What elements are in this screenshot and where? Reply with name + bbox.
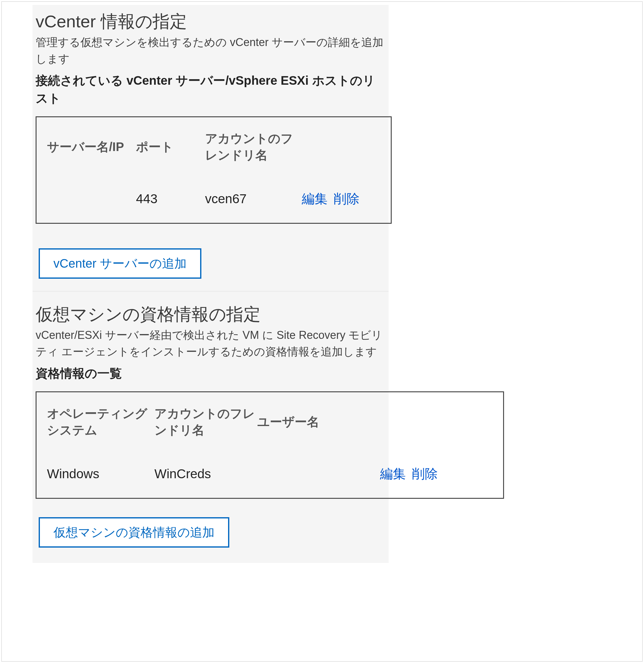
col-port: ポート bbox=[136, 138, 205, 155]
section-divider bbox=[32, 291, 389, 292]
cell-os: Windows bbox=[47, 466, 154, 481]
vm-creds-list-heading: 資格情報の一覧 bbox=[36, 364, 386, 382]
vcenter-list-heading: 接続されている vCenter サーバー/vSphere ESXi ホストのリス… bbox=[36, 71, 386, 107]
content-panel: vCenter 情報の指定 管理する仮想マシンを検出するための vCenter … bbox=[32, 5, 389, 563]
window-frame: vCenter 情報の指定 管理する仮想マシンを検出するための vCenter … bbox=[1, 1, 643, 662]
vcenter-description: 管理する仮想マシンを検出するための vCenter サーバーの詳細を追加します bbox=[36, 34, 386, 67]
vcenter-table-row: 443 vcen67 編集 削除 bbox=[37, 176, 391, 223]
vcenter-section: vCenter 情報の指定 管理する仮想マシンを検出するための vCenter … bbox=[32, 11, 389, 279]
vm-creds-table-header: オペレーティング システム アカウントのフレンドリ名 ユーザー名 bbox=[37, 392, 503, 451]
cell-account-name: vcen67 bbox=[205, 191, 302, 206]
cell-port: 443 bbox=[136, 191, 205, 206]
col-account-friendly-name: アカウントのフレンドリ名 bbox=[205, 130, 302, 163]
col-server-name: サーバー名/IP bbox=[47, 138, 136, 155]
cell-friendly-name: WinCreds bbox=[154, 466, 257, 481]
edit-link[interactable]: 編集 bbox=[302, 190, 327, 207]
vcenter-title: vCenter 情報の指定 bbox=[36, 11, 386, 31]
edit-link-2[interactable]: 編集 bbox=[380, 465, 406, 482]
vcenter-table: サーバー名/IP ポート アカウントのフレンドリ名 443 vcen67 編集 … bbox=[36, 116, 392, 224]
delete-link-2[interactable]: 削除 bbox=[412, 465, 438, 482]
add-vm-creds-button[interactable]: 仮想マシンの資格情報の追加 bbox=[39, 517, 229, 548]
vm-creds-description: vCenter/ESXi サーバー経由で検出された VM に Site Reco… bbox=[36, 327, 386, 360]
col-username: ユーザー名 bbox=[257, 413, 380, 430]
add-vcenter-button[interactable]: vCenter サーバーの追加 bbox=[39, 248, 201, 279]
vm-creds-table-row: Windows WinCreds 編集 削除 bbox=[37, 451, 503, 498]
vcenter-table-header: サーバー名/IP ポート アカウントのフレンドリ名 bbox=[37, 117, 391, 176]
delete-link[interactable]: 削除 bbox=[334, 190, 360, 207]
col-account-friendly-name-2: アカウントのフレンドリ名 bbox=[154, 405, 257, 438]
vm-credentials-section: 仮想マシンの資格情報の指定 vCenter/ESXi サーバー経由で検出された … bbox=[32, 304, 389, 548]
vm-creds-table: オペレーティング システム アカウントのフレンドリ名 ユーザー名 Windows… bbox=[36, 391, 504, 499]
col-os: オペレーティング システム bbox=[47, 405, 154, 438]
vm-creds-title: 仮想マシンの資格情報の指定 bbox=[36, 304, 386, 324]
